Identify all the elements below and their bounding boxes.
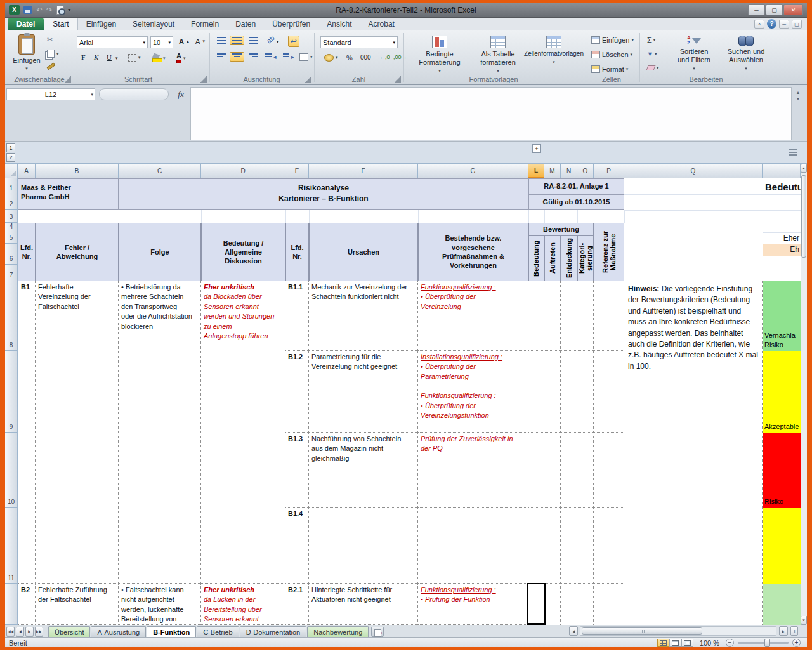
name-box[interactable]: L12	[6, 88, 95, 100]
orientation-dropdown[interactable]	[274, 38, 282, 46]
font-dialog-launcher[interactable]	[200, 76, 207, 83]
cell-risk-green[interactable]: Vernachlä Risiko	[763, 281, 801, 351]
col-header-D[interactable]: D	[201, 164, 285, 178]
increase-font-button[interactable]: A▲	[176, 36, 192, 46]
zoom-slider[interactable]	[738, 642, 789, 644]
sort-filter-button[interactable]: AZ Sortieren und Filtern	[670, 34, 718, 79]
row-header-7[interactable]: 7	[5, 265, 18, 281]
col-header-B[interactable]: B	[36, 164, 119, 178]
cell-b11-massnahme[interactable]: Funktionsqualifizierung :• Überprüfung d…	[418, 281, 528, 351]
cell-clipped-bedeutung[interactable]: Bedeutu	[763, 178, 801, 194]
fill-color-button[interactable]	[150, 53, 168, 63]
row-header-2[interactable]: 2	[5, 194, 18, 210]
th-massnahmen[interactable]: Bestehende bzw. vorgesehene Prüfmaßnahme…	[418, 223, 528, 281]
cell-risk-green-2[interactable]	[763, 584, 801, 625]
row-header-12[interactable]	[5, 584, 18, 625]
cell-b2-id[interactable]: B2	[18, 584, 36, 625]
excel-app-icon[interactable]	[9, 5, 20, 15]
col-header-Q[interactable]: Q	[624, 164, 763, 178]
tab-seitenlayout[interactable]: Seitenlayout	[124, 18, 183, 30]
cell-b12-id[interactable]: B1.2	[285, 351, 309, 433]
cut-button[interactable]: ✂	[44, 34, 55, 45]
sheet-tab-uebersicht[interactable]: Übersicht	[48, 626, 90, 637]
zoom-out-icon[interactable]: −	[726, 639, 734, 647]
col-header-N[interactable]: N	[561, 164, 577, 178]
align-left-button[interactable]	[214, 52, 229, 62]
decrease-font-button[interactable]: A▼	[193, 36, 208, 46]
first-sheet-icon[interactable]: ◀◀	[6, 627, 15, 637]
row-header-1[interactable]: 1	[5, 178, 18, 194]
name-box-dropdown[interactable]	[91, 92, 93, 97]
horizontal-scroll-thumb[interactable]	[582, 627, 702, 635]
print-preview-icon[interactable]	[56, 6, 64, 15]
tab-start[interactable]: Start	[44, 18, 77, 30]
row-header-10[interactable]: 10	[5, 433, 18, 508]
row-header-8[interactable]: 8	[5, 281, 18, 351]
th-ursachen[interactable]: Ursachen	[309, 223, 418, 281]
qat-customize-dropdown[interactable]	[68, 7, 70, 13]
help-icon[interactable]	[767, 19, 776, 29]
wrap-text-button[interactable]: ↩	[288, 36, 299, 47]
alignment-dialog-launcher[interactable]	[305, 76, 311, 83]
font-family-select[interactable]: Arial	[77, 36, 148, 48]
number-dialog-launcher[interactable]	[395, 76, 401, 83]
redo-icon[interactable]	[46, 6, 53, 15]
col-header-M[interactable]: M	[544, 164, 561, 178]
cell-b11-ursache[interactable]: Mechanik zur Vereinzelung der Schachteln…	[309, 281, 418, 351]
row-header-9[interactable]: 9	[5, 351, 18, 433]
workbook-minimize-icon[interactable]	[779, 20, 789, 29]
sheet-tab-a-ausruestung[interactable]: A-Ausrüstung	[91, 626, 146, 637]
cell-clipped-eh[interactable]: Eh	[763, 244, 801, 256]
delete-cells-button[interactable]: Löschen	[589, 50, 635, 60]
formula-bar-expand[interactable]: ▲▼	[794, 88, 802, 139]
col-header-P[interactable]: P	[594, 164, 624, 178]
cell-risk-red[interactable]: Risiko	[763, 433, 801, 508]
hscroll-left-icon[interactable]: ◀	[569, 626, 578, 636]
cell-b1-folge[interactable]: • Betriebstörung da mehrere Schachteln d…	[119, 281, 201, 584]
th-bewertung[interactable]: Bewertung	[528, 223, 594, 235]
cell-b21-id[interactable]: B2.1	[285, 584, 309, 625]
italic-button[interactable]: K	[91, 52, 101, 62]
thousands-format-button[interactable]: 000	[358, 53, 374, 62]
currency-format-button[interactable]	[322, 53, 341, 63]
cell-b2-fehler[interactable]: Fehlerhafte Zuführung der Faltschachtel	[36, 584, 119, 625]
th-lfd-nr[interactable]: Lfd. Nr.	[18, 223, 36, 281]
row-header-4[interactable]: 4	[5, 223, 18, 232]
th-rot-kategorisierung[interactable]: Kategori- sierung	[577, 235, 594, 281]
th-fehler[interactable]: Fehler / Abweichung	[36, 223, 119, 281]
cell-b21-ursache[interactable]: Hinterlegte Schrittkette für Aktuatoren …	[309, 584, 418, 625]
decrease-indent-button[interactable]: ◂	[263, 52, 279, 62]
zoom-in-icon[interactable]: +	[792, 639, 801, 647]
close-button[interactable]	[783, 4, 803, 15]
clipboard-dialog-launcher[interactable]	[65, 76, 71, 83]
cell-b1-bedeutung[interactable]: Eher unkritischda Blockaden über Sensore…	[201, 281, 285, 584]
last-sheet-icon[interactable]: ▶▶	[35, 627, 43, 637]
decrease-decimal-button[interactable]: ,00→	[391, 53, 410, 62]
font-color-button[interactable]: A	[174, 52, 188, 65]
th-rot-entdeckung[interactable]: Entdeckung	[561, 235, 577, 281]
cell-valid-from[interactable]: Gültig ab 01.10.2015	[528, 194, 624, 210]
borders-button[interactable]	[126, 53, 143, 63]
cell-risk-yellow[interactable]: Akzeptable	[763, 351, 801, 433]
horizontal-scrollbar[interactable]	[580, 626, 776, 636]
sheet-tab-nachbewertung[interactable]: Nachbewertung	[307, 626, 369, 637]
insert-worksheet-icon[interactable]	[371, 627, 384, 637]
col-header-F[interactable]: F	[309, 164, 418, 178]
outline-level-2-button[interactable]: 2	[6, 153, 15, 162]
page-layout-view-icon[interactable]	[669, 639, 681, 647]
autosum-button[interactable]: Σ	[645, 35, 658, 45]
tab-acrobat[interactable]: Acrobat	[360, 18, 403, 30]
cell-b21-massnahme[interactable]: Funktionsqualifizierung :• Prüfung der F…	[418, 584, 528, 625]
formula-input[interactable]	[190, 87, 792, 140]
cell-b1-fehler[interactable]: Fehlerhafte Vereinzelung der Faltschacht…	[36, 281, 119, 584]
cell-b11-id[interactable]: B1.1	[285, 281, 309, 351]
cell-b13-massnahme[interactable]: Prüfung der Zuverlässigkeit in der PQ	[418, 433, 528, 508]
save-icon[interactable]	[23, 6, 32, 14]
minimize-ribbon-icon[interactable]	[754, 20, 764, 29]
cell-doc-title[interactable]: Risikoanalyse Kartonierer – B-Funktion	[119, 178, 528, 210]
align-bottom-button[interactable]	[246, 36, 261, 45]
cell-doc-ref[interactable]: RA-8.2-01, Anlage 1	[528, 178, 624, 194]
align-middle-button[interactable]	[230, 36, 244, 45]
tab-daten[interactable]: Daten	[227, 18, 264, 30]
cell-clipped-eher[interactable]: Eher	[763, 232, 801, 244]
